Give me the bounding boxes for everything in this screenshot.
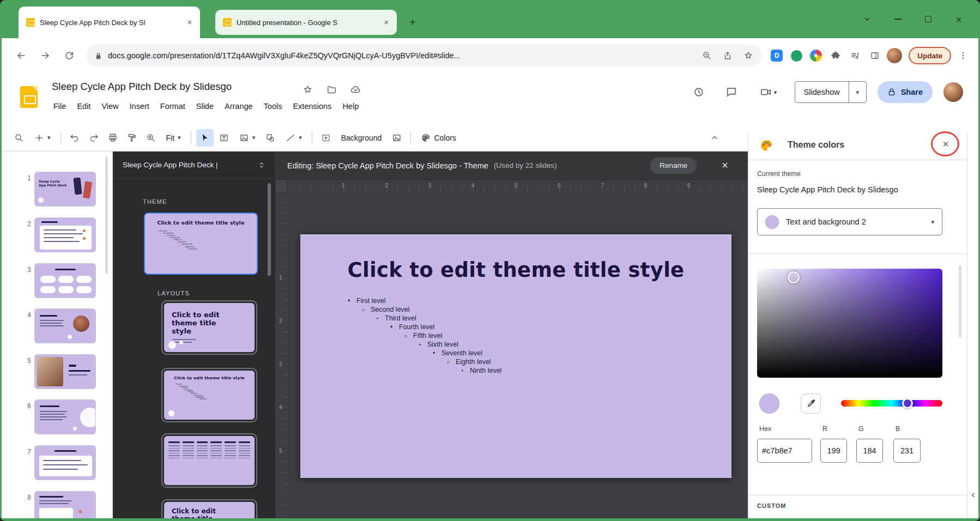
redo-icon[interactable] (85, 129, 102, 147)
slide-thumbnail-4[interactable] (34, 308, 96, 343)
cloud-status-icon[interactable] (348, 82, 362, 96)
slides-logo-icon[interactable] (20, 86, 38, 108)
slide-thumbnail-8[interactable] (34, 491, 96, 518)
menu-help[interactable]: Help (337, 99, 364, 113)
maximize-button[interactable] (920, 12, 936, 26)
user-avatar[interactable] (943, 82, 963, 102)
slide-thumbnail-2[interactable] (34, 217, 96, 252)
text-box-icon[interactable] (215, 129, 233, 147)
extension-d-icon[interactable]: D (769, 48, 784, 63)
forward-button[interactable] (35, 46, 55, 65)
chevron-left-icon[interactable]: ‹ (968, 487, 978, 501)
slide-canvas[interactable]: Click to edit theme title style •First l… (300, 234, 731, 478)
extension-pinwheel-icon[interactable] (808, 48, 824, 63)
slide-thumbnail-7[interactable] (34, 445, 96, 480)
color-role-select[interactable]: Text and background 2 ▾ (757, 208, 942, 235)
insert-line-button[interactable]: ▾ (281, 129, 307, 147)
paint-format-icon[interactable] (123, 129, 141, 147)
reload-button[interactable] (59, 46, 79, 65)
slide-thumbnail-1[interactable]: Sleep Cycle App Pitch Deck (34, 172, 96, 207)
comments-icon[interactable] (721, 81, 742, 103)
menu-edit[interactable]: Edit (72, 99, 95, 113)
extension-green-icon[interactable] (789, 48, 804, 63)
red-input[interactable] (820, 439, 847, 463)
version-history-icon[interactable] (688, 81, 710, 103)
layout-thumbnail-1[interactable]: Click to edit theme title style (161, 300, 257, 355)
document-title[interactable]: Sleep Cycle App Pitch Deck by Slidesgo (52, 81, 232, 93)
close-window-button[interactable]: × (951, 12, 967, 26)
chevron-down-icon[interactable] (859, 12, 875, 26)
hex-input[interactable] (757, 439, 812, 463)
undo-icon[interactable] (66, 129, 83, 147)
eyedropper-button[interactable] (801, 393, 821, 414)
layout-thumbnail-4[interactable]: Click to edit theme title style (161, 499, 257, 518)
address-bar[interactable] (87, 45, 761, 66)
theme-colors-button[interactable]: Colors (416, 129, 461, 147)
saturation-gradient-picker[interactable] (757, 269, 942, 378)
bookmark-star-icon[interactable] (741, 48, 756, 63)
zoom-select[interactable]: Fit▾ (161, 129, 186, 147)
hue-slider-thumb[interactable] (902, 398, 913, 409)
slide-body-levels[interactable]: •First level○Second level▪Third level•Fo… (346, 296, 731, 375)
theme-panel-scrollbar[interactable] (268, 183, 271, 276)
print-icon[interactable] (104, 129, 122, 147)
theme-master-thumbnail[interactable]: Click to edit theme title style •First l… (144, 213, 258, 275)
new-tab-button[interactable]: + (404, 14, 421, 31)
menu-format[interactable]: Format (155, 99, 190, 113)
slideshow-button[interactable]: Slideshow ▾ (795, 81, 867, 103)
browser-avatar[interactable] (887, 48, 902, 63)
extensions-puzzle-icon[interactable] (828, 48, 843, 63)
url-input[interactable] (108, 51, 694, 60)
close-icon[interactable]: × (185, 17, 195, 27)
insert-shape-icon[interactable] (262, 129, 279, 147)
menu-slide[interactable]: Slide (191, 99, 219, 113)
slide-thumbnail-6[interactable] (34, 399, 96, 434)
hue-slider[interactable] (841, 400, 942, 407)
menu-view[interactable]: View (96, 99, 123, 113)
filmstrip-scrollbar[interactable] (105, 156, 108, 274)
menu-file[interactable]: File (49, 99, 71, 113)
layout-thumbnail-3[interactable] (161, 433, 257, 488)
minimize-button[interactable] (890, 12, 906, 26)
background-image-icon[interactable] (388, 129, 406, 147)
zoom-indicator-icon[interactable] (699, 48, 715, 63)
browser-menu-kebab-icon[interactable] (955, 48, 971, 63)
panel-scrollbar[interactable] (959, 265, 961, 337)
collapse-toolbar-icon[interactable] (706, 129, 723, 147)
background-button[interactable]: Background (336, 129, 387, 147)
new-slide-button[interactable]: ▾ (29, 129, 56, 147)
slide-thumbnail-3[interactable] (34, 263, 96, 298)
close-icon[interactable]: × (382, 17, 391, 27)
share-icon[interactable] (720, 48, 735, 63)
update-button[interactable]: Update (909, 47, 951, 64)
select-tool-icon[interactable] (196, 129, 214, 147)
slide-title[interactable]: Click to edit theme title style (300, 258, 731, 282)
move-folder-icon[interactable] (324, 82, 338, 96)
menu-extensions[interactable]: Extensions (288, 99, 336, 113)
zoom-icon[interactable] (142, 129, 160, 147)
media-controls-icon[interactable] (848, 48, 863, 63)
slide-thumbnail-5[interactable] (34, 354, 96, 389)
tab-active[interactable]: Sleep Cycle App Pitch Deck by Sl × (19, 7, 200, 38)
insert-image-button[interactable]: ▾ (234, 129, 261, 147)
search-menus-icon[interactable] (10, 129, 28, 147)
reorder-arrows-icon[interactable] (257, 160, 267, 170)
menu-arrange[interactable]: Arrange (220, 99, 258, 113)
slideshow-dropdown-button[interactable]: ▾ (849, 82, 866, 102)
menu-insert[interactable]: Insert (125, 99, 154, 113)
rename-button[interactable]: Rename (650, 157, 697, 174)
meet-button[interactable]: ▾ (753, 81, 784, 103)
gradient-picker-handle[interactable] (788, 271, 800, 283)
star-icon[interactable] (300, 82, 314, 96)
menu-tools[interactable]: Tools (259, 99, 287, 113)
insert-placeholder-icon[interactable] (317, 129, 335, 147)
side-panel-icon[interactable] (867, 48, 882, 63)
close-theme-editor-icon[interactable]: × (722, 159, 728, 172)
share-button[interactable]: Share (878, 81, 933, 103)
layout-thumbnail-2[interactable]: Click to edit theme title style •First l… (161, 368, 257, 422)
back-button[interactable] (11, 46, 31, 65)
tab-inactive[interactable]: Untitled presentation - Google S × (215, 10, 397, 35)
close-panel-icon[interactable]: × (938, 136, 953, 152)
green-input[interactable] (856, 439, 883, 463)
blue-input[interactable] (893, 439, 921, 463)
